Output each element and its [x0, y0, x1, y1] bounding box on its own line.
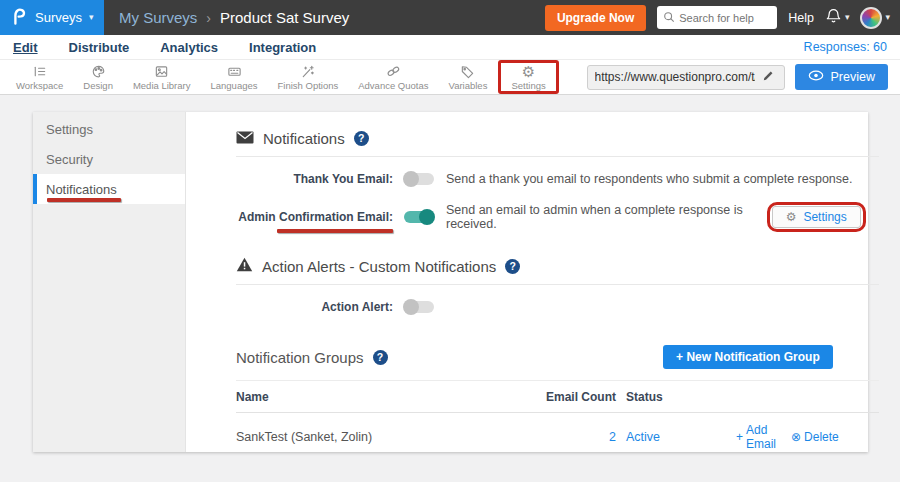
- avatar: [860, 7, 882, 29]
- status-cell: Active: [616, 430, 736, 444]
- chevron-down-icon: ▾: [845, 13, 850, 22]
- email-count-cell: 2: [526, 430, 616, 444]
- workspace-icon: [31, 63, 48, 79]
- top-bar: Surveys ▾ My Surveys › Product Sat Surve…: [0, 0, 900, 35]
- admin-email-settings-button[interactable]: ⚙ Settings: [772, 206, 861, 228]
- add-email-link[interactable]: + Add Email: [736, 423, 776, 451]
- notifications-annotation-underline: [47, 198, 121, 202]
- section-divider: [236, 156, 879, 157]
- toolbar-item-finish-options[interactable]: Finish Options: [268, 63, 349, 91]
- magic-wand-icon: [299, 63, 316, 79]
- search-icon: [663, 9, 675, 27]
- eye-icon: [808, 70, 824, 84]
- notifications-content: Notifications ? Thank You Email: Send a …: [186, 112, 893, 452]
- questionpro-logo-icon: [10, 5, 28, 30]
- action-alert-row: Action Alert:: [236, 296, 879, 318]
- gear-icon: ⚙: [522, 63, 535, 79]
- topbar-actions: Upgrade Now Help ▾ ▾: [545, 5, 900, 31]
- admin-email-settings-area: ⚙ Settings: [767, 202, 866, 232]
- toolbar-item-languages[interactable]: Languages: [200, 63, 267, 91]
- table-row: SankTest (Sanket, Zolin) 2 Active + Add …: [236, 413, 879, 461]
- survey-url-box[interactable]: [587, 65, 785, 90]
- toolbar-item-design[interactable]: Design: [73, 63, 123, 91]
- toolbar-item-media-library[interactable]: Media Library: [123, 63, 201, 91]
- column-header-status: Status: [616, 390, 736, 404]
- page-background: Settings Security Notifications Notifica…: [0, 95, 900, 481]
- status-link[interactable]: Active: [626, 430, 660, 444]
- thank-you-email-label: Thank You Email:: [236, 172, 393, 186]
- action-alerts-section-title: Action Alerts - Custom Notifications: [262, 258, 496, 275]
- sidebar-item-settings[interactable]: Settings: [33, 114, 185, 144]
- new-notification-group-button[interactable]: + New Notification Group: [663, 345, 833, 369]
- settings-card: Settings Security Notifications Notifica…: [33, 112, 868, 452]
- upgrade-now-button[interactable]: Upgrade Now: [545, 5, 646, 31]
- breadcrumb-my-surveys[interactable]: My Surveys: [119, 9, 197, 26]
- notification-groups-header: Notification Groups ? + New Notification…: [236, 344, 879, 370]
- settings-sidebar: Settings Security Notifications: [33, 112, 186, 452]
- help-icon[interactable]: ?: [354, 131, 369, 146]
- edit-pencil-icon: [762, 68, 774, 86]
- action-alert-label: Action Alert:: [236, 300, 393, 314]
- survey-url-input[interactable]: [595, 70, 755, 84]
- help-icon[interactable]: ?: [505, 259, 520, 274]
- palette-icon: [90, 63, 107, 79]
- surveys-menu-label: Surveys: [35, 10, 82, 25]
- action-alert-toggle[interactable]: [404, 301, 434, 313]
- tab-analytics[interactable]: Analytics: [160, 40, 218, 55]
- row-actions: + Add Email ⊗ Delete: [736, 423, 879, 451]
- preview-button[interactable]: Preview: [795, 64, 888, 90]
- notifications-section-header: Notifications ?: [236, 125, 879, 151]
- help-icon[interactable]: ?: [373, 350, 388, 365]
- admin-confirmation-email-row: Admin Confirmation Email: Send an email …: [236, 202, 879, 232]
- toolbar-item-settings[interactable]: ⚙ Settings: [501, 63, 555, 91]
- toolbar-item-advance-quotas[interactable]: Advance Quotas: [348, 63, 438, 91]
- warning-triangle-icon: [236, 257, 253, 275]
- admin-confirmation-email-description: Send an email to admin when a complete r…: [446, 203, 767, 231]
- action-alerts-section-header: Action Alerts - Custom Notifications ?: [236, 253, 879, 279]
- tab-distribute[interactable]: Distribute: [69, 40, 130, 55]
- admin-confirmation-email-label: Admin Confirmation Email:: [236, 210, 393, 224]
- tag-icon: [459, 63, 476, 79]
- help-link[interactable]: Help: [788, 11, 814, 25]
- help-search-box[interactable]: [657, 6, 777, 29]
- notification-groups-title: Notification Groups: [236, 349, 364, 366]
- chevron-down-icon: ▾: [885, 13, 890, 22]
- edit-toolbar: Workspace Design Media Library Languages…: [0, 59, 900, 95]
- notifications-section-title: Notifications: [263, 130, 345, 147]
- tab-edit[interactable]: Edit: [13, 40, 38, 55]
- thank-you-email-toggle[interactable]: [404, 173, 434, 185]
- table-header-row: Name Email Count Status: [236, 381, 879, 413]
- settings-button-annotation-box: ⚙ Settings: [767, 202, 866, 232]
- toolbar-right: Preview: [587, 64, 894, 90]
- account-menu-button[interactable]: ▾: [860, 7, 890, 29]
- column-header-email-count: Email Count: [526, 390, 616, 404]
- breadcrumb: My Surveys › Product Sat Survey: [119, 9, 349, 26]
- tab-integration[interactable]: Integration: [249, 40, 316, 55]
- search-input[interactable]: [679, 12, 771, 24]
- plus-icon: +: [736, 430, 743, 444]
- sidebar-item-notifications[interactable]: Notifications: [33, 174, 185, 204]
- chain-links-icon: [385, 63, 402, 79]
- column-header-name: Name: [236, 390, 526, 404]
- settings-annotation-box: ⚙ Settings: [498, 60, 558, 94]
- breadcrumb-separator-icon: ›: [206, 10, 211, 26]
- toolbar-item-variables[interactable]: Variables: [439, 63, 498, 91]
- delete-link[interactable]: ⊗ Delete: [791, 423, 839, 451]
- email-count-link[interactable]: 2: [609, 430, 616, 444]
- toolbar-item-workspace[interactable]: Workspace: [6, 63, 73, 91]
- section-divider: [236, 284, 879, 285]
- notifications-bell-button[interactable]: ▾: [825, 7, 850, 29]
- admin-confirmation-email-toggle[interactable]: [404, 211, 434, 223]
- image-icon: [153, 63, 170, 79]
- responses-count[interactable]: Responses: 60: [804, 40, 887, 54]
- notification-groups-table: Name Email Count Status SankTest (Sanket…: [236, 380, 879, 461]
- sidebar-item-security[interactable]: Security: [33, 144, 185, 174]
- breadcrumb-survey-title: Product Sat Survey: [220, 9, 349, 26]
- thank-you-email-description: Send a thank you email to respondents wh…: [446, 172, 853, 186]
- product-switcher[interactable]: Surveys ▾: [0, 0, 104, 35]
- envelope-icon: [236, 130, 254, 147]
- gear-icon: ⚙: [786, 211, 797, 223]
- admin-email-annotation-underline: [277, 229, 393, 233]
- bell-icon: [825, 7, 842, 29]
- thank-you-email-row: Thank You Email: Send a thank you email …: [236, 168, 879, 190]
